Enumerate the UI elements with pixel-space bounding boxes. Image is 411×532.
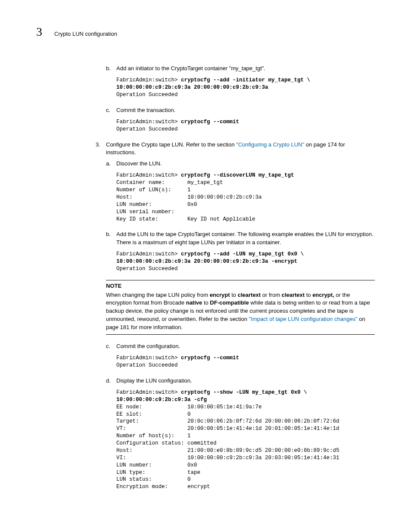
- step-marker: d.: [106, 377, 116, 385]
- step-text: Discover the LUN.: [116, 160, 375, 168]
- step-3: 3. Configure the Crypto tape LUN. Refer …: [96, 141, 375, 156]
- step-3d: d. Display the LUN configuration.: [106, 377, 375, 385]
- note-body: When changing the tape LUN policy from e…: [106, 291, 375, 332]
- step-marker: b.: [106, 65, 116, 72]
- output: Operation Succeeded: [116, 92, 178, 98]
- step-marker: c.: [106, 106, 116, 114]
- prompt: FabricAdmin:switch>: [116, 389, 181, 395]
- page-header: 3 Crypto LUN configuration: [36, 25, 375, 39]
- code-block: FabricAdmin:switch> cryptocfg --commit O…: [116, 118, 375, 133]
- command: cryptocfg --commit: [181, 355, 239, 361]
- prompt: FabricAdmin:switch>: [116, 355, 181, 361]
- note-rule-bottom: [106, 334, 375, 335]
- step-b: b. Add an initiator to the CryptoTarget …: [106, 65, 375, 72]
- step-text: Configure the Crypto tape LUN. Refer to …: [106, 141, 375, 156]
- code-block: FabricAdmin:switch> cryptocfg --show -LU…: [116, 389, 375, 491]
- note-label: NOTE: [106, 282, 375, 290]
- cross-ref-link[interactable]: "Configuring a Crypto LUN": [236, 141, 304, 148]
- step-text: Add the LUN to the tape CryptoTarget con…: [116, 230, 375, 246]
- chapter-number: 3: [36, 25, 42, 39]
- prompt: FabricAdmin:switch>: [116, 251, 181, 257]
- step-marker: 3.: [96, 141, 106, 156]
- step-text: Add an initiator to the CryptoTarget con…: [116, 65, 375, 72]
- step-text: Commit the transaction.: [116, 106, 375, 114]
- output: Operation Succeeded: [116, 362, 178, 368]
- code-block: FabricAdmin:switch> cryptocfg --discover…: [116, 172, 375, 223]
- prompt: FabricAdmin:switch>: [116, 172, 181, 178]
- prompt: FabricAdmin:switch>: [116, 119, 181, 125]
- output: Operation Succeeded: [116, 126, 178, 132]
- step-marker: a.: [106, 160, 116, 168]
- cross-ref-link[interactable]: "Impact of tape LUN configuration change…: [249, 316, 358, 322]
- prompt: FabricAdmin:switch>: [116, 77, 181, 83]
- step-3a: a. Discover the LUN.: [106, 160, 375, 168]
- step-c: c. Commit the transaction.: [106, 106, 375, 114]
- step-text: Display the LUN configuration.: [116, 377, 375, 385]
- command: cryptocfg --commit: [181, 119, 239, 125]
- command: cryptocfg --discoverLUN my_tape_tgt: [181, 172, 294, 178]
- output: Container name: my_tape_tgt Number of LU…: [116, 180, 262, 222]
- output: Operation Succeeded: [116, 266, 178, 272]
- page: 3 Crypto LUN configuration b. Add an ini…: [0, 0, 411, 516]
- step-marker: b.: [106, 230, 116, 246]
- note-rule-top: [106, 280, 375, 280]
- step-3b: b. Add the LUN to the tape CryptoTarget …: [106, 230, 375, 246]
- code-block: FabricAdmin:switch> cryptocfg --add -ini…: [116, 77, 375, 99]
- step-3c: c. Commit the configuration.: [106, 342, 375, 350]
- code-block: FabricAdmin:switch> cryptocfg --add -LUN…: [116, 251, 375, 273]
- content: b. Add an initiator to the CryptoTarget …: [106, 65, 375, 491]
- step-marker: c.: [106, 342, 116, 350]
- code-block: FabricAdmin:switch> cryptocfg --commit O…: [116, 355, 375, 369]
- step-text: Commit the configuration.: [116, 342, 375, 350]
- output: EE node: 10:00:00:05:1e:41:9a:7e EE slot…: [116, 404, 339, 490]
- chapter-title: Crypto LUN configuration: [54, 31, 117, 37]
